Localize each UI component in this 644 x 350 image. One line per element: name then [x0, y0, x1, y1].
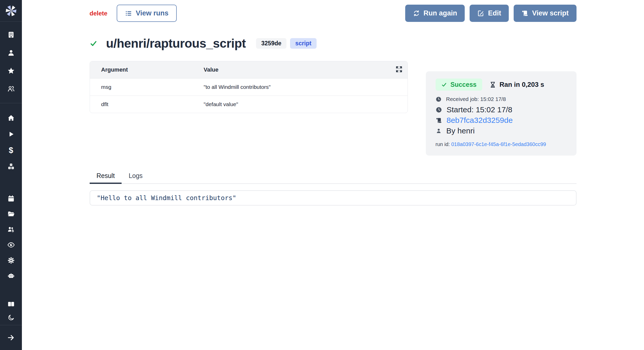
clock-icon: [436, 107, 442, 113]
sidebar-item-audit-logs[interactable]: [7, 241, 15, 249]
dollar-icon: $: [9, 147, 13, 154]
table-row: dflt "default value": [90, 96, 408, 113]
status-badge: Success: [436, 79, 482, 91]
columns: Argument Value: [90, 61, 577, 156]
title-row: u/henri/rapturous_script 3259de script: [90, 36, 577, 50]
sidebar-item-schedules[interactable]: [7, 195, 15, 202]
sidebar-item-groups[interactable]: [7, 226, 15, 233]
sidebar: $: [0, 0, 22, 350]
run-id-label: run id:: [436, 141, 450, 147]
view-script-button[interactable]: View script: [514, 5, 576, 22]
books-icon: [7, 300, 15, 308]
tab-result[interactable]: Result: [90, 172, 122, 183]
result-tabs: Result Logs: [90, 172, 577, 184]
scroll-icon: [436, 117, 442, 124]
eye-icon: [7, 241, 15, 249]
sidebar-item-user[interactable]: [7, 49, 15, 57]
view-script-label: View script: [532, 9, 569, 17]
star-icon: [7, 67, 15, 75]
column-header-value: Value: [204, 66, 218, 73]
edit-button[interactable]: Edit: [470, 5, 509, 22]
windmill-logo-icon: [4, 4, 18, 18]
script-type-badge: script: [290, 38, 317, 49]
building-icon: [7, 31, 15, 39]
home-icon: [7, 114, 15, 122]
sidebar-item-logo[interactable]: [0, 0, 22, 22]
page-title: u/henri/rapturous_script: [106, 36, 246, 50]
sidebar-group-admin: [0, 170, 22, 280]
sidebar-item-resources[interactable]: [7, 163, 15, 170]
delete-button[interactable]: delete: [90, 10, 107, 17]
sidebar-item-folders[interactable]: [7, 210, 15, 218]
expand-icon: [395, 65, 403, 73]
sidebar-group-main: $: [0, 103, 22, 170]
check-icon: [441, 82, 447, 88]
topbar: delete View runs: [90, 5, 577, 22]
users-icon: [7, 85, 15, 93]
received-job-row: Received job: 15:02 17/8: [436, 96, 567, 102]
edit-label: Edit: [488, 9, 501, 17]
sidebar-group-workspace: [0, 22, 22, 103]
list-icon: [125, 10, 132, 17]
sidebar-item-home[interactable]: [7, 114, 15, 122]
folder-icon: [7, 210, 15, 218]
person-icon: [436, 128, 442, 134]
job-hash-link[interactable]: 8eb7fca32d3259de: [447, 116, 513, 125]
table-row: msg "to all Windmill contributors": [90, 79, 408, 96]
table-header-row: Argument Value: [90, 61, 408, 79]
result-output: "Hello to all Windmill contributors": [90, 190, 577, 206]
arguments-table: Argument Value: [90, 61, 408, 113]
user-icon: [7, 49, 15, 57]
job-hash-row: 8eb7fca32d3259de: [436, 116, 567, 125]
view-runs-label: View runs: [136, 9, 168, 17]
app-window: $: [0, 0, 644, 350]
sidebar-item-settings[interactable]: [7, 257, 15, 264]
status-panel: Success Ran in 0,203 s: [426, 71, 577, 156]
sidebar-item-variables[interactable]: $: [7, 147, 15, 154]
hash-badge: 3259de: [256, 38, 286, 49]
sidebar-item-workers[interactable]: [7, 272, 15, 280]
arrow-right-icon: [7, 334, 15, 342]
tab-logs[interactable]: Logs: [122, 172, 149, 183]
argument-name: dflt: [90, 96, 192, 113]
calendar-icon: [7, 195, 15, 202]
sidebar-group-footer: [0, 300, 22, 325]
check-icon: [90, 40, 97, 47]
run-again-button[interactable]: Run again: [405, 5, 465, 22]
expand-button[interactable]: [395, 65, 403, 75]
column-header-argument: Argument: [90, 61, 192, 79]
sidebar-item-runs[interactable]: [7, 130, 15, 138]
run-again-label: Run again: [423, 9, 457, 17]
sidebar-item-expand[interactable]: [7, 325, 15, 350]
runtime: Ran in 0,203 s: [489, 81, 544, 89]
gear-icon: [7, 257, 15, 264]
sidebar-item-users[interactable]: [7, 85, 15, 93]
sidebar-item-docs[interactable]: [7, 300, 15, 308]
view-runs-button[interactable]: View runs: [117, 5, 177, 22]
clock-icon: [436, 96, 442, 102]
argument-value: "to all Windmill contributors": [192, 79, 408, 96]
argument-name: msg: [90, 79, 192, 96]
cubes-icon: [7, 163, 15, 170]
sidebar-item-dark-mode[interactable]: [7, 314, 15, 321]
by-row: By henri: [436, 126, 567, 135]
users-gear-icon: [7, 226, 15, 233]
run-id-link[interactable]: 018a0397-6c1e-f45a-6f1e-5edad360cc99: [451, 141, 546, 147]
started-row: Started: 15:02 17/8: [436, 105, 567, 114]
edit-icon: [477, 10, 484, 17]
scroll-icon: [521, 10, 528, 17]
main-area: delete View runs: [22, 0, 644, 350]
hourglass-icon: [489, 81, 496, 88]
sidebar-item-workspace[interactable]: [7, 31, 15, 39]
refresh-icon: [413, 10, 420, 17]
robot-icon: [7, 272, 15, 280]
argument-value: "default value": [192, 96, 408, 113]
sidebar-item-favorites[interactable]: [7, 67, 15, 75]
moon-icon: [7, 314, 15, 321]
play-icon: [7, 131, 15, 138]
run-id-row: run id: 018a0397-6c1e-f45a-6f1e-5edad360…: [436, 141, 567, 147]
